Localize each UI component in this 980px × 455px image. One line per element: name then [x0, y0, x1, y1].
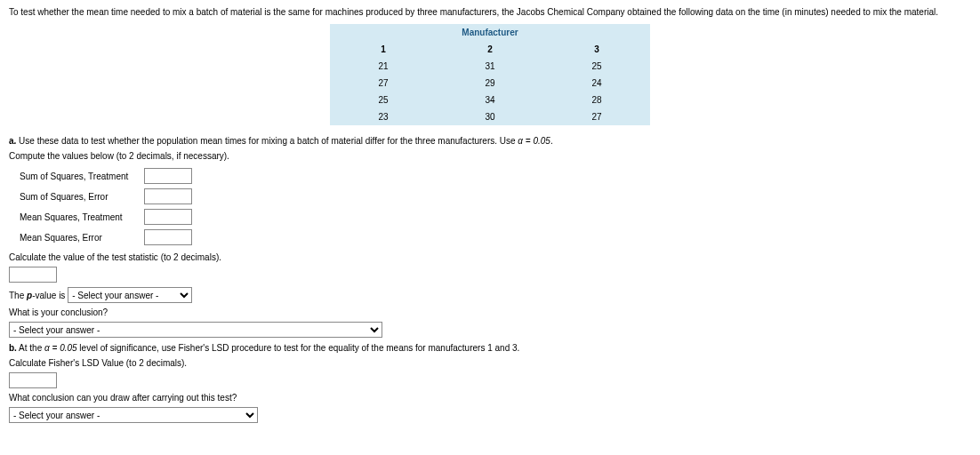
- cell: 21: [330, 58, 437, 75]
- table-title: Manufacturer: [330, 24, 650, 41]
- input-ms-treatment[interactable]: [144, 209, 192, 225]
- cell: 29: [437, 75, 543, 92]
- cell: 34: [437, 92, 543, 108]
- label-ms-error: Mean Squares, Error: [20, 233, 144, 243]
- cell: 31: [437, 58, 543, 75]
- input-test-statistic[interactable]: [9, 267, 57, 283]
- label-ms-treatment: Mean Squares, Treatment: [20, 212, 144, 222]
- cell: 25: [543, 58, 650, 75]
- cell: 30: [437, 108, 543, 125]
- label-ss-error: Sum of Squares, Error: [20, 192, 144, 202]
- part-a-period: .: [550, 136, 553, 146]
- conclusion-question: What is your conclusion?: [9, 307, 971, 317]
- pvalue-line: The p-value is - Select your answer -: [9, 287, 971, 303]
- cell: 25: [330, 92, 437, 108]
- select-conclusion-a[interactable]: - Select your answer -: [9, 322, 382, 338]
- manufacturer-table: Manufacturer 1 2 3 21 31 25 27 29 24 25 …: [330, 24, 650, 125]
- label-ss-treatment: Sum of Squares, Treatment: [20, 172, 144, 181]
- table-row: 21 31 25: [330, 58, 650, 75]
- cell: 27: [330, 75, 437, 92]
- test-stat-instruction: Calculate the value of the test statisti…: [9, 252, 971, 262]
- cell: 27: [543, 108, 650, 125]
- input-ss-treatment[interactable]: [144, 168, 192, 184]
- lsd-instruction: Calculate Fisher's LSD Value (to 2 decim…: [9, 358, 971, 368]
- intro-text: To test whether the mean time needed to …: [9, 7, 971, 17]
- part-a-alpha: α = 0.05: [518, 136, 550, 146]
- metrics-block: Sum of Squares, Treatment Sum of Squares…: [20, 168, 971, 245]
- col-h-1: 1: [330, 41, 437, 58]
- select-conclusion-b[interactable]: - Select your answer -: [9, 407, 258, 423]
- part-b-prompt: b. At the α = 0.05 level of significance…: [9, 343, 971, 353]
- cell: 28: [543, 92, 650, 108]
- pvalue-suffix: -value is: [32, 291, 68, 300]
- select-pvalue[interactable]: - Select your answer -: [68, 287, 192, 303]
- cell: 23: [330, 108, 437, 125]
- part-a-text: Use these data to test whether the popul…: [16, 136, 518, 146]
- part-b-alpha: α = 0.05: [44, 343, 77, 353]
- part-b-text1: At the: [17, 343, 44, 353]
- input-ss-error[interactable]: [144, 188, 192, 204]
- table-row: 27 29 24: [330, 75, 650, 92]
- table-row: 25 34 28: [330, 92, 650, 108]
- final-conclusion-question: What conclusion can you draw after carry…: [9, 393, 971, 403]
- table-col-headers: 1 2 3: [330, 41, 650, 58]
- cell: 24: [543, 75, 650, 92]
- pvalue-prefix: The: [9, 291, 27, 300]
- input-ms-error[interactable]: [144, 229, 192, 245]
- part-a-prompt: a. Use these data to test whether the po…: [9, 136, 971, 146]
- part-b-letter: b.: [9, 343, 17, 353]
- col-h-2: 2: [437, 41, 543, 58]
- table-row: 23 30 27: [330, 108, 650, 125]
- data-table-wrap: Manufacturer 1 2 3 21 31 25 27 29 24 25 …: [9, 24, 971, 125]
- compute-instruction: Compute the values below (to 2 decimals,…: [9, 151, 971, 161]
- col-h-3: 3: [543, 41, 650, 58]
- input-lsd-value[interactable]: [9, 372, 57, 388]
- part-b-text2: level of significance, use Fisher's LSD …: [77, 343, 520, 353]
